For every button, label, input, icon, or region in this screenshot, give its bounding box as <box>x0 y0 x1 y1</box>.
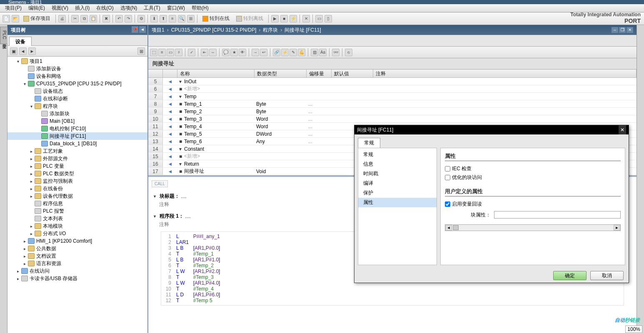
step-icon[interactable]: → <box>252 49 259 56</box>
optimized-access-checkbox[interactable] <box>445 175 450 180</box>
window-control-icon[interactable]: – <box>612 27 618 33</box>
tree-item[interactable]: 外部源文件 <box>7 155 147 162</box>
lad-icon[interactable]: ≡ <box>158 49 166 56</box>
project-tree[interactable]: 项目1添加新设备设备和网络CPU315_2PN/DP [CPU 315-2 PN… <box>7 57 147 333</box>
pin-icon[interactable]: 📌 <box>132 26 138 33</box>
tree-item[interactable]: 公共数据 <box>7 245 147 252</box>
tree-item[interactable]: 在线备份 <box>7 185 147 192</box>
block-attr-input[interactable] <box>494 211 621 219</box>
window-control-icon[interactable]: ✕ <box>627 27 633 33</box>
breadcrumb-item[interactable]: 项目1 <box>152 25 165 35</box>
format-icon[interactable]: Aa <box>319 49 327 56</box>
cross-ref-icon[interactable]: ⊞ <box>187 15 195 22</box>
table-row[interactable]: 9■Temp_2Byte... <box>148 108 637 115</box>
paste-icon[interactable]: 📋 <box>90 15 97 22</box>
dialog-tab-general[interactable]: 常规 <box>358 138 380 148</box>
code-line[interactable]: 10T #Temp_4 <box>163 286 622 292</box>
monitor-icon[interactable]: 👁 <box>239 49 246 56</box>
save-button[interactable]: 保存项目 <box>21 14 53 23</box>
tree-item[interactable]: 文档设置 <box>7 252 147 260</box>
iec-check-checkbox[interactable] <box>445 166 450 171</box>
compile-icon[interactable]: ⚙ <box>137 15 145 22</box>
dialog-nav-item[interactable]: 属性 <box>358 198 437 207</box>
tree-item[interactable]: 程序块 <box>7 102 147 110</box>
align-center-icon[interactable]: ↔ <box>209 49 217 56</box>
force2-icon[interactable]: 💪 <box>298 49 305 56</box>
menu-item[interactable]: 选项(N) <box>117 4 141 12</box>
tree-item[interactable]: 程序信息 <box>7 200 147 207</box>
menu-item[interactable]: 项目(P) <box>2 4 25 12</box>
zoom-level[interactable]: 100% <box>625 326 642 333</box>
split-h-icon[interactable]: ▭ <box>315 15 323 22</box>
tree-item[interactable]: 设备组态 <box>7 87 147 95</box>
align-left-icon[interactable]: ⇤ <box>201 49 208 56</box>
start-cpu-icon[interactable]: ▶ <box>271 15 279 22</box>
undo-icon[interactable]: ↶ <box>115 15 123 22</box>
tree-item[interactable]: 在线和诊断 <box>7 95 147 102</box>
tree-item[interactable]: 项目1 <box>7 57 147 65</box>
tree-settings-icon[interactable]: ⊞ <box>137 47 145 55</box>
window-control-icon[interactable]: ❐ <box>619 27 626 33</box>
table-row[interactable]: 5▾InOut <box>148 78 637 85</box>
redo-icon[interactable]: ↷ <box>125 15 132 22</box>
new-project-icon[interactable]: 📄 <box>2 15 10 22</box>
tree-item[interactable]: HMI_1 [KP1200 Comfort] <box>7 237 147 245</box>
wrap-icon[interactable]: ↩ <box>260 49 267 56</box>
nav-back-icon[interactable]: ◄ <box>19 47 27 55</box>
insert-network-icon[interactable]: ⬚ <box>150 49 157 56</box>
tree-item[interactable]: CPU315_2PN/DP [CPU 315-2 PN/DP] <box>7 80 147 87</box>
stl-icon[interactable]: ♯ <box>175 49 182 56</box>
dialog-hscroll[interactable]: ◄► <box>445 224 621 231</box>
dialog-nav-item[interactable]: 编译 <box>358 179 437 188</box>
tree-item[interactable]: 添加新块 <box>7 110 147 117</box>
search-icon[interactable]: 🔍 <box>178 15 185 22</box>
tree-item[interactable]: 语言和资源 <box>7 260 147 267</box>
tree-item[interactable]: 工艺对象 <box>7 147 147 155</box>
devices-tab[interactable]: 设备 <box>9 37 32 47</box>
tree-item[interactable]: 分布式 I/O <box>7 230 147 237</box>
tree-item[interactable]: 间接寻址 [FC11] <box>7 132 147 140</box>
close-xref-icon[interactable]: ✕ <box>302 15 310 22</box>
dialog-nav-item[interactable]: 时间戳 <box>358 169 437 179</box>
dialog-title[interactable]: 间接寻址 [FC11] ✕ <box>354 125 629 134</box>
cut-icon[interactable]: ✂ <box>71 15 79 22</box>
breadcrumb-item[interactable]: 程序块 <box>263 25 278 35</box>
compare-icon[interactable]: ≡ <box>169 15 176 22</box>
nav-fwd-icon[interactable]: ► <box>28 47 36 55</box>
code-line[interactable]: 12T #Temp 5 <box>163 298 622 303</box>
glasses-icon[interactable]: 👓 <box>332 49 339 56</box>
tree-item[interactable]: 本地模块 <box>7 222 147 230</box>
breadcrumb-item[interactable]: 间接寻址 [FC11] <box>285 25 321 35</box>
tree-item[interactable]: 在线访问 <box>7 267 147 275</box>
download-icon[interactable]: ⬇ <box>150 15 158 22</box>
ok-button[interactable]: 确定 <box>553 271 587 280</box>
menu-item[interactable]: 编辑(E) <box>25 4 48 12</box>
breadcrumb-item[interactable]: CPU315_2PN/DP [CPU 315-2 PN/DP] <box>171 25 257 35</box>
code-line[interactable]: 11L D [ AR1 , P#6.0 ] <box>163 292 622 298</box>
bookmark-icon[interactable]: ★ <box>230 49 238 56</box>
tree-item[interactable]: 监控与强制表 <box>7 177 147 185</box>
tree-item[interactable]: PLC 变量 <box>7 162 147 170</box>
expand-icon[interactable]: ◄ <box>139 26 146 33</box>
dialog-nav[interactable]: 常规信息时间戳编译保护属性 <box>358 148 437 265</box>
copy-icon[interactable]: ⧉ <box>80 15 88 22</box>
collapse-all-icon[interactable]: ▣ <box>10 47 17 55</box>
menu-item[interactable]: 窗口(W) <box>164 4 188 12</box>
tree-item[interactable]: 设备和网络 <box>7 72 147 80</box>
tree-item[interactable]: 设备代理数据 <box>7 192 147 200</box>
dialog-nav-item[interactable]: 保护 <box>358 188 437 198</box>
tree-item[interactable]: Data_block_1 [DB10] <box>7 140 147 147</box>
test-icon[interactable]: ⚡ <box>281 49 289 56</box>
menu-item[interactable]: 帮助(H) <box>188 4 212 12</box>
stop-cpu-icon[interactable]: ■ <box>280 15 288 22</box>
table-row[interactable]: 6■<新增> <box>148 85 637 93</box>
table-row[interactable]: 7▾Temp <box>148 93 637 100</box>
exit-icon[interactable]: ⎋ <box>345 49 352 56</box>
menu-item[interactable]: 视图(V) <box>48 4 72 12</box>
enable-icon[interactable]: ✓ <box>188 49 195 56</box>
table-row[interactable]: 8■Temp_1Byte... <box>148 100 637 108</box>
menu-item[interactable]: 工具(T) <box>140 4 163 12</box>
delete-icon[interactable]: ✖ <box>102 15 110 22</box>
print-icon[interactable]: 🖨 <box>58 15 66 22</box>
view-icon[interactable]: ▥ <box>311 49 318 56</box>
